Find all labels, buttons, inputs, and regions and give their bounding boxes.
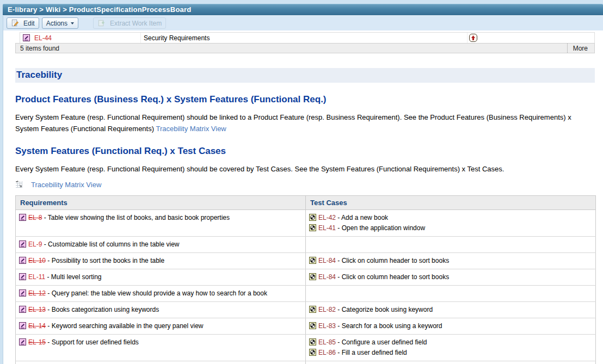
test-cases-cell (306, 361, 596, 364)
test-case-item: EL-84 - Click on column header to sort b… (309, 256, 592, 266)
work-item-title: Support for user defined fields (52, 338, 139, 346)
system-features-heading: System Features (Functional Req.) x Test… (15, 146, 595, 157)
work-item-id-link[interactable]: EL-42 (318, 214, 336, 221)
test-case-icon (309, 214, 316, 221)
work-item-id-link[interactable]: EL-84 (318, 257, 336, 264)
extract-work-item-icon (97, 19, 106, 27)
work-item-id-link[interactable]: EL-14 (28, 322, 46, 330)
requirement-icon (19, 322, 26, 329)
work-item-id-link[interactable]: EL-85 (318, 338, 336, 346)
test-case-icon (309, 338, 316, 346)
product-features-heading: Product Features (Business Req.) x Syste… (15, 94, 595, 105)
test-case-icon (309, 306, 316, 313)
id-title-separator: - (46, 338, 52, 346)
work-item-title: Table view showing the list of books, an… (48, 214, 230, 221)
requirement-icon (23, 34, 30, 41)
table-row: EL-9 - Customizable list of columns in t… (16, 237, 596, 253)
test-cases-cell: EL-84 - Click on column header to sort b… (306, 269, 596, 286)
work-item-id-cell: EL-44 (20, 33, 141, 43)
requirement-cell: EL-11 - Multi level sorting (16, 269, 306, 286)
id-title-separator: - (336, 322, 342, 330)
id-title-separator: - (336, 306, 342, 313)
id-title-separator: - (42, 240, 48, 248)
table-row: EL-12 - Query panel: the table view shou… (16, 286, 596, 302)
work-item-id-link[interactable]: EL-44 (34, 34, 52, 42)
matrix-view-icon (15, 181, 23, 188)
id-title-separator: - (46, 306, 52, 313)
requirement-item: EL-14 - Keyword searching available in t… (19, 321, 302, 331)
test-case-item: EL-85 - Configure a user defined field (309, 337, 592, 348)
test-cases-cell: EL-82 - Categorize book using keyword (306, 302, 596, 318)
requirement-item: EL-11 - Multi level sorting (19, 272, 302, 282)
breadcrumb[interactable]: E-library > Wiki > ProductSpecificationP… (3, 4, 603, 15)
more-link[interactable]: More (567, 44, 594, 53)
id-title-separator: - (42, 214, 47, 221)
requirement-icon (19, 289, 26, 297)
work-item-id-link[interactable]: EL-12 (28, 289, 46, 297)
work-item-title: Possibility to sort the books in the tab… (52, 257, 164, 264)
work-item-title: Configure a user defined field (342, 338, 427, 346)
requirement-icon (19, 240, 26, 248)
requirement-icon (19, 338, 26, 346)
table-header-row: Requirements Test Cases (16, 196, 596, 210)
requirement-item: EL-9 - Customizable list of columns in t… (19, 239, 302, 250)
work-item-id-link[interactable]: EL-84 (318, 273, 336, 281)
table-footer: 5 items found More (15, 43, 595, 53)
id-title-separator: - (336, 273, 342, 281)
work-item-title: Query panel: the table view should provi… (52, 289, 267, 297)
matrix-view-link-row: Tracebility Matrix View (15, 180, 595, 189)
work-item-title: Multi level sorting (51, 273, 102, 281)
test-case-icon (309, 257, 316, 264)
edit-pencil-icon (11, 19, 19, 27)
product-features-body: Every System Feature (resp. Functional R… (15, 113, 571, 133)
table-row: EL-16 - Searching based on user defined … (16, 361, 596, 364)
test-cases-cell: EL-42 - Add a new bookEL-41 - Open the a… (306, 210, 596, 237)
extract-work-item-button[interactable]: Extract Work Item (93, 17, 166, 29)
work-item-id-link[interactable]: EL-10 (28, 257, 46, 264)
work-item-id-link[interactable]: EL-8 (28, 214, 42, 221)
matrix-table-body: EL-8 - Table view showing the list of bo… (16, 210, 596, 364)
work-item-id-link[interactable]: EL-83 (318, 322, 336, 330)
edit-button[interactable]: Edit (7, 17, 39, 29)
id-title-separator: - (45, 273, 51, 281)
test-case-item: EL-82 - Categorize book using keyword (309, 305, 592, 315)
actions-button-label: Actions (46, 20, 67, 27)
test-cases-cell: EL-83 - Search for a book using a keywor… (306, 318, 596, 335)
work-item-title: Books categorization using keywords (52, 306, 159, 313)
requirement-cell: EL-12 - Query panel: the table view shou… (16, 286, 306, 302)
requirement-item: EL-13 - Books categorization using keywo… (19, 305, 302, 315)
requirement-item: EL-10 - Possibility to sort the books in… (19, 256, 302, 266)
id-title-separator: - (336, 349, 342, 356)
test-case-icon (309, 273, 316, 280)
actions-button[interactable]: Actions (42, 17, 78, 29)
table-row: EL-13 - Books categorization using keywo… (16, 302, 596, 318)
requirement-icon (19, 257, 26, 264)
requirement-cell: EL-15 - Support for user defined fields (16, 335, 306, 361)
test-cases-cell (306, 237, 596, 253)
requirement-cell: EL-16 - Searching based on user defined … (16, 361, 306, 364)
id-title-separator: - (46, 289, 52, 297)
test-case-item: EL-86 - Fill a user defined field (309, 348, 592, 358)
work-item-title: Keyword searching available in the query… (52, 322, 204, 330)
items-found-count: 5 items found (16, 44, 59, 53)
requirement-cell: EL-13 - Books categorization using keywo… (16, 302, 306, 318)
work-item-id-link[interactable]: EL-15 (28, 338, 46, 346)
id-title-separator: - (336, 257, 342, 264)
work-item-id-link[interactable]: EL-13 (28, 306, 46, 313)
requirement-icon (19, 214, 26, 221)
requirement-item: EL-8 - Table view showing the list of bo… (19, 213, 302, 223)
test-case-item: EL-41 - Open the application window (309, 223, 592, 233)
table-row: EL-10 - Possibility to sort the books in… (16, 253, 596, 269)
test-cases-column-header: Test Cases (306, 196, 596, 210)
work-item-id-link[interactable]: EL-11 (28, 273, 45, 281)
work-item-title: Categorize book using keyword (342, 306, 433, 313)
test-case-item: EL-84 - Click on column header to sort b… (309, 272, 592, 282)
tracebility-matrix-view-link[interactable]: Tracebility Matrix View (156, 125, 226, 133)
work-item-id-link[interactable]: EL-41 (318, 224, 336, 232)
test-case-item: EL-83 - Search for a book using a keywor… (309, 321, 592, 331)
work-item-id-link[interactable]: EL-82 (318, 306, 336, 313)
work-item-id-link[interactable]: EL-9 (28, 240, 42, 248)
requirements-column-header: Requirements (16, 196, 306, 210)
work-item-id-link[interactable]: EL-86 (318, 349, 336, 356)
tracebility-matrix-view-link[interactable]: Tracebility Matrix View (31, 181, 101, 189)
